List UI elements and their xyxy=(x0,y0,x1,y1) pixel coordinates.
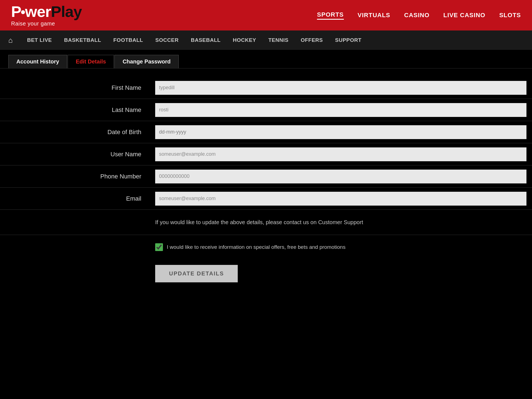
top-nav: SPORTS VIRTUALS CASINO LIVE CASINO SLOTS xyxy=(317,11,521,20)
username-field xyxy=(150,147,532,161)
tagline: Raise your game xyxy=(11,21,82,27)
info-text: If you would like to update the above de… xyxy=(150,218,532,226)
info-row: If you would like to update the above de… xyxy=(0,210,532,235)
last-name-input[interactable] xyxy=(155,103,526,117)
promo-checkbox-label: I would like to receive information on s… xyxy=(167,244,346,250)
secondary-nav-hockey[interactable]: HOCKEY xyxy=(227,37,262,43)
dob-label: Date of Birth xyxy=(0,129,150,136)
tabs-bar: Account History Edit Details Change Pass… xyxy=(0,50,532,68)
email-label: Email xyxy=(0,195,150,202)
checkbox-area: I would like to receive information on s… xyxy=(150,243,532,251)
tab-edit-details[interactable]: Edit Details xyxy=(68,55,114,68)
top-nav-live-casino[interactable]: LIVE CASINO xyxy=(443,12,485,19)
secondary-nav-support[interactable]: SUPPORT xyxy=(329,37,367,43)
info-spacer xyxy=(0,218,150,226)
top-nav-casino[interactable]: CASINO xyxy=(404,12,430,19)
email-input[interactable] xyxy=(155,192,526,206)
logo-play: Play xyxy=(51,3,82,20)
phone-row: Phone Number xyxy=(0,165,532,188)
secondary-nav-baseball[interactable]: BASEBALL xyxy=(185,37,227,43)
username-row: User Name xyxy=(0,143,532,165)
last-name-label: Last Name xyxy=(0,106,150,114)
first-name-field xyxy=(150,81,532,95)
secondary-nav-soccer[interactable]: SOCCER xyxy=(149,37,185,43)
button-spacer xyxy=(0,265,150,282)
button-row: UPDATE DETAILS xyxy=(0,259,532,293)
logo-dot xyxy=(21,10,25,14)
secondary-nav-offers[interactable]: OFFERS xyxy=(295,37,329,43)
phone-label: Phone Number xyxy=(0,173,150,180)
dob-field xyxy=(150,125,532,139)
main-content: First Name Last Name Date of Birth User … xyxy=(0,68,532,399)
top-nav-virtuals[interactable]: VIRTUALS xyxy=(358,12,390,19)
email-field xyxy=(150,192,532,206)
secondary-nav-basketball[interactable]: BASKETBALL xyxy=(58,37,107,43)
secondary-nav: ⌂ BET LIVE BASKETBALL FOOTBALL SOCCER BA… xyxy=(0,30,532,50)
first-name-input[interactable] xyxy=(155,81,526,95)
first-name-label: First Name xyxy=(0,84,150,91)
dob-input[interactable] xyxy=(155,125,526,139)
update-details-button[interactable]: UPDATE DETAILS xyxy=(155,265,238,282)
username-input[interactable] xyxy=(155,147,526,161)
dob-row: Date of Birth xyxy=(0,121,532,143)
secondary-nav-tennis[interactable]: TENNIS xyxy=(262,37,295,43)
username-label: User Name xyxy=(0,151,150,158)
button-area: UPDATE DETAILS xyxy=(150,265,532,282)
tab-account-history[interactable]: Account History xyxy=(8,55,67,68)
first-name-row: First Name xyxy=(0,77,532,99)
top-nav-sports[interactable]: SPORTS xyxy=(317,11,344,20)
promo-checkbox[interactable] xyxy=(155,243,163,251)
checkbox-row: I would like to receive information on s… xyxy=(0,235,532,259)
tab-change-password[interactable]: Change Password xyxy=(114,55,178,68)
last-name-row: Last Name xyxy=(0,99,532,121)
logo-area: PwerPlay Raise your game xyxy=(11,4,82,27)
secondary-nav-bet-live[interactable]: BET LIVE xyxy=(21,37,58,43)
last-name-field xyxy=(150,103,532,117)
secondary-nav-football[interactable]: FOOTBALL xyxy=(107,37,149,43)
phone-input[interactable] xyxy=(155,170,526,183)
header: PwerPlay Raise your game SPORTS VIRTUALS… xyxy=(0,0,532,30)
top-nav-slots[interactable]: SLOTS xyxy=(499,12,521,19)
logo: PwerPlay xyxy=(11,4,82,19)
home-icon[interactable]: ⌂ xyxy=(8,36,13,45)
email-row: Email xyxy=(0,188,532,210)
phone-field xyxy=(150,170,532,183)
